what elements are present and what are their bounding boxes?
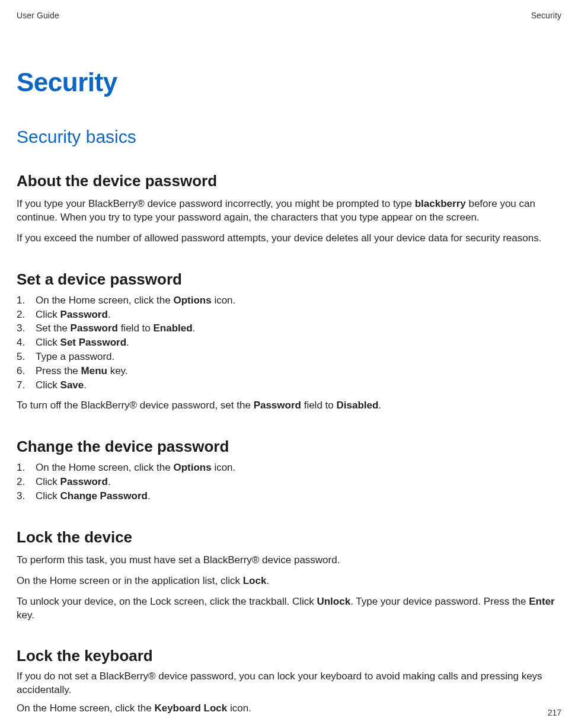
list-item: Click Change Password. [17,489,561,503]
paragraph: To turn off the BlackBerry® device passw… [17,399,561,413]
list-item: Click Set Password. [17,336,561,350]
text-bold: Enter [529,596,554,607]
text-bold: Enabled [153,323,192,334]
section-security-basics: Security basics [17,127,561,147]
text: On the Home screen or in the application… [17,575,243,586]
text: icon. [227,703,251,714]
header-right: Security [531,11,561,20]
text-bold: blackberry [415,198,466,209]
paragraph: If you exceed the number of allowed pass… [17,232,561,245]
heading-about-device-password: About the device password [17,172,561,190]
step-list: On the Home screen, click the Options ic… [17,461,561,503]
text: key. [107,365,128,376]
heading-lock-keyboard: Lock the keyboard [17,647,561,665]
text-bold: Lock [243,575,267,586]
list-item: Set the Password field to Enabled. [17,321,561,336]
text: Click [36,309,60,320]
text: . [148,490,151,502]
text: If you type your BlackBerry® device pass… [17,198,415,209]
heading-lock-device: Lock the device [17,528,561,547]
text-bold: Set Password [60,337,127,348]
text: icon. [212,295,236,306]
text: . [84,379,87,391]
text: . [108,476,111,487]
text: . [126,337,129,348]
list-item: Type a password. [17,350,561,364]
list-item: Press the Menu key. [17,364,561,378]
text-bold: Password [60,309,108,320]
paragraph: To perform this task, you must have set … [17,554,561,567]
text: Click [36,476,60,487]
step-list: On the Home screen, click the Options ic… [17,293,561,392]
text: field to [118,323,154,334]
text-bold: Menu [81,365,107,376]
text-bold: Unlock [317,596,350,607]
text-bold: Password [71,323,118,334]
text-bold: Keyboard Lock [154,703,227,714]
text: . [378,400,381,411]
text: Set the [36,323,71,334]
text-bold: Options [173,462,211,473]
text-bold: Save [60,379,84,391]
text-bold: Disabled [336,400,378,411]
text: icon. [212,462,236,473]
heading-change-device-password: Change the device password [17,438,561,456]
list-item: On the Home screen, click the Options ic… [17,461,561,475]
text: Click [36,490,60,502]
text: To unlock your device, on the Lock scree… [17,596,317,607]
text-bold: Password [60,476,108,487]
heading-set-device-password: Set a device password [17,270,561,289]
text-bold: Options [173,295,211,306]
text: To turn off the BlackBerry® device passw… [17,400,254,411]
paragraph: On the Home screen, click the Keyboard L… [17,702,561,716]
text: . [266,575,269,586]
paragraph: If you type your BlackBerry® device pass… [17,197,561,225]
text: . Type your device password. Press the [350,596,529,607]
page-title: Security [17,68,561,97]
text: Press the [36,365,81,376]
list-item: Click Password. [17,475,561,489]
text: field to [301,400,337,411]
text: . [193,323,196,334]
text: key. [17,609,34,621]
paragraph: On the Home screen or in the application… [17,574,561,588]
paragraph: If you do not set a BlackBerry® device p… [17,670,561,697]
page-number: 217 [548,708,561,717]
text: On the Home screen, click the [17,703,154,714]
text-bold: Change Password [60,490,148,502]
running-header: User Guide Security [17,11,561,20]
list-item: Click Password. [17,308,561,322]
text: On the Home screen, click the [36,295,173,306]
text: Click [36,379,60,391]
list-item: On the Home screen, click the Options ic… [17,293,561,308]
text: Click [36,337,60,348]
text: Type a password. [36,351,114,362]
text: . [108,309,111,320]
text-bold: Password [254,400,301,411]
list-item: Click Save. [17,378,561,392]
header-left: User Guide [17,11,59,20]
text: On the Home screen, click the [36,462,173,473]
paragraph: To unlock your device, on the Lock scree… [17,595,561,622]
